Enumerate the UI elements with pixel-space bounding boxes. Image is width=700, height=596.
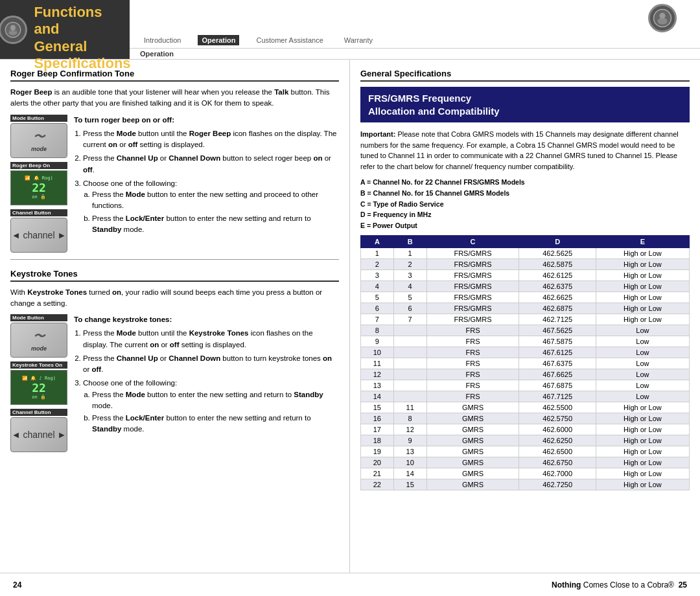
table-row: 55FRS/GMRS462.6625High or Low bbox=[361, 292, 690, 303]
cell-10-2: FRS bbox=[426, 358, 519, 369]
cell-0-0: 1 bbox=[361, 247, 394, 258]
col-d-header: D bbox=[519, 235, 596, 247]
substep-1a: Press the Mode button to enter the new s… bbox=[92, 189, 339, 212]
cell-8-3: 467.5875 bbox=[519, 336, 596, 347]
table-row: 2215GMRS462.7250High or Low bbox=[361, 479, 690, 490]
cell-18-3: 462.6500 bbox=[519, 446, 596, 457]
cell-6-1: 7 bbox=[393, 314, 426, 325]
keystroke-steps: To change keystroke tones: Press the Mod… bbox=[74, 314, 339, 452]
mode-button-container-2: Mode Button 〜 mode bbox=[10, 314, 67, 358]
frequency-table: A B C D E 11FRS/GMRS462.5625High or Low2… bbox=[360, 235, 690, 490]
table-row: 77FRS/GMRS462.7125High or Low bbox=[361, 314, 690, 325]
cell-3-1: 4 bbox=[393, 281, 426, 292]
cell-17-1: 9 bbox=[393, 435, 426, 446]
page-footer: 24 Nothing Comes Close to a Cobra® 25 bbox=[0, 573, 700, 596]
roger-beep-on-container: Roger Beep On 📶 🔔 Rog) 22 on 🔒 bbox=[10, 162, 67, 205]
table-row: 11FRS467.6375Low bbox=[361, 358, 690, 369]
cell-13-3: 467.7125 bbox=[519, 391, 596, 402]
cell-21-0: 22 bbox=[361, 479, 394, 490]
table-row: 1913GMRS462.6500High or Low bbox=[361, 446, 690, 457]
cell-5-0: 6 bbox=[361, 303, 394, 314]
cell-21-4: High or Low bbox=[596, 479, 689, 490]
table-row: 44FRS/GMRS462.6375High or Low bbox=[361, 281, 690, 292]
cell-19-3: 462.6750 bbox=[519, 457, 596, 468]
mode-button-image-2: 〜 mode bbox=[10, 323, 67, 358]
cell-9-1 bbox=[393, 347, 426, 358]
cell-18-1: 13 bbox=[393, 446, 426, 457]
substep-2b: Press the Lock/Enter button to enter the… bbox=[92, 413, 339, 435]
cell-5-1: 6 bbox=[393, 303, 426, 314]
cell-17-3: 462.6250 bbox=[519, 435, 596, 446]
svg-point-7 bbox=[660, 13, 666, 19]
legend-block: A = Channel No. for 22 Channel FRS/GMRS … bbox=[360, 177, 690, 231]
mode-button-container: Mode Button 〜 mode bbox=[10, 115, 67, 158]
keystroke-tones-section: Keystroke Tones With Keystroke Tones tur… bbox=[10, 269, 339, 453]
cell-2-1: 3 bbox=[393, 269, 426, 281]
cell-13-2: FRS bbox=[426, 391, 519, 402]
table-row: 14FRS467.7125Low bbox=[361, 391, 690, 402]
cell-10-4: Low bbox=[596, 358, 689, 369]
substep-1b: Press the Lock/Enter button to enter the… bbox=[92, 213, 339, 236]
cell-15-3: 462.5750 bbox=[519, 413, 596, 424]
cell-7-0: 8 bbox=[361, 325, 394, 336]
cell-21-2: GMRS bbox=[426, 479, 519, 490]
cell-0-1: 1 bbox=[393, 247, 426, 258]
roger-beep-section: Roger Beep Confirmation Tone Roger Beep … bbox=[10, 69, 339, 253]
cell-17-0: 18 bbox=[361, 435, 394, 446]
cell-15-4: High or Low bbox=[596, 413, 689, 424]
legend-b: B = Channel No. for 15 Channel GMRS Mode… bbox=[360, 188, 690, 199]
cell-11-1 bbox=[393, 369, 426, 380]
roger-beep-on-label: Roger Beep On bbox=[10, 162, 67, 169]
cell-18-2: GMRS bbox=[426, 446, 519, 457]
mode-button-image: 〜 mode bbox=[10, 123, 67, 158]
cell-6-2: FRS/GMRS bbox=[426, 314, 519, 325]
cell-12-0: 13 bbox=[361, 380, 394, 391]
step-2-1: Press the Mode button until the Keystrok… bbox=[83, 328, 339, 350]
table-row: 8FRS467.5625Low bbox=[361, 325, 690, 336]
table-row: 10FRS467.6125Low bbox=[361, 347, 690, 358]
channel-button-image: ◄ channel ► bbox=[10, 218, 67, 253]
table-row: 2114GMRS462.7000High or Low bbox=[361, 468, 690, 479]
cell-2-2: FRS/GMRS bbox=[426, 269, 519, 281]
cell-12-1 bbox=[393, 380, 426, 391]
cell-1-1: 2 bbox=[393, 258, 426, 269]
cell-20-1: 14 bbox=[393, 468, 426, 479]
cell-0-2: FRS/GMRS bbox=[426, 247, 519, 258]
cell-6-3: 462.7125 bbox=[519, 314, 596, 325]
cell-1-2: FRS/GMRS bbox=[426, 258, 519, 269]
right-column: General Specifications FRS/GMRS Frequenc… bbox=[350, 60, 700, 573]
cell-16-1: 12 bbox=[393, 424, 426, 435]
table-row: 66FRS/GMRS462.6875High or Low bbox=[361, 303, 690, 314]
step-2-2: Press the Channel Up or Channel Down but… bbox=[83, 353, 339, 376]
legend-d: D = Frequency in MHz bbox=[360, 209, 690, 220]
svg-point-3 bbox=[10, 29, 12, 32]
cell-10-3: 467.6375 bbox=[519, 358, 596, 369]
step-1-2: Press the Channel Up or Channel Down but… bbox=[83, 153, 339, 176]
keystroke-tones-title: Keystroke Tones bbox=[10, 269, 339, 282]
keystroke-tones-on-container: Keystroke Tones On 📶 🔔 ♪ Rog) 22 on 🔒 bbox=[10, 361, 67, 405]
page-number-left: 24 bbox=[13, 580, 21, 590]
cell-7-1 bbox=[393, 325, 426, 336]
cell-16-0: 17 bbox=[361, 424, 394, 435]
cell-11-0: 12 bbox=[361, 369, 394, 380]
cell-3-0: 4 bbox=[361, 281, 394, 292]
cell-21-3: 462.7250 bbox=[519, 479, 596, 490]
cell-13-4: Low bbox=[596, 391, 689, 402]
nav-item-operation[interactable]: Operation bbox=[198, 35, 239, 45]
nav-item-warranty[interactable]: Warranty bbox=[340, 35, 377, 45]
cell-14-3: 462.5500 bbox=[519, 402, 596, 413]
cell-17-4: High or Low bbox=[596, 435, 689, 446]
cell-10-1 bbox=[393, 358, 426, 369]
cell-18-4: High or Low bbox=[596, 446, 689, 457]
cell-12-2: FRS bbox=[426, 380, 519, 391]
col-a-header: A bbox=[361, 235, 394, 247]
frs-gmrs-title: FRS/GMRS Frequency Allocation and Compat… bbox=[368, 92, 682, 117]
cell-13-0: 14 bbox=[361, 391, 394, 402]
roger-beep-instructions: Mode Button 〜 mode Roger Beep On 📶 🔔 Rog… bbox=[10, 115, 339, 253]
nav-item-introduction[interactable]: Introduction bbox=[140, 35, 185, 45]
cell-8-2: FRS bbox=[426, 336, 519, 347]
roger-beep-title: Roger Beep Confirmation Tone bbox=[10, 69, 339, 82]
cell-14-4: High or Low bbox=[596, 402, 689, 413]
keystroke-tones-intro: With Keystroke Tones turned on, your rad… bbox=[10, 287, 339, 310]
nav-item-customer-assistance[interactable]: Customer Assistance bbox=[252, 35, 327, 45]
